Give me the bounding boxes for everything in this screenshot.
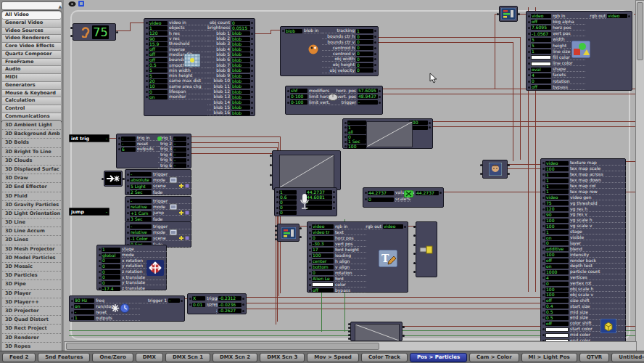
port-dot[interactable] <box>344 131 347 134</box>
input-value[interactable]: - <box>121 142 136 146</box>
scene-tab-untitled-2[interactable]: Untitled-2 <box>611 353 644 362</box>
sidebar-actor-3d-line-accum[interactable]: 3D Line Accum <box>2 227 61 236</box>
input-value[interactable]: Alien Le <box>312 277 334 281</box>
sidebar-category-audio[interactable]: Audio <box>2 66 61 74</box>
input-value[interactable]: center <box>312 259 334 264</box>
port-dot[interactable] <box>542 242 545 245</box>
sidebar-category-calculation[interactable]: Calculation <box>2 97 61 105</box>
patch-cord[interactable] <box>495 15 495 89</box>
port-dot[interactable] <box>127 174 129 176</box>
input-value[interactable]: 0 <box>279 200 297 205</box>
port-dot[interactable] <box>374 30 376 32</box>
scene-tab-one-zero[interactable]: One/Zero <box>92 353 133 362</box>
input-value[interactable]: video tr <box>312 230 334 234</box>
patch-cord[interactable] <box>191 153 276 154</box>
3d-orientation-node[interactable]: 1stageglobalmode0x rotation0y rotation0z… <box>96 245 167 290</box>
input-value[interactable]: 120 <box>149 31 168 36</box>
input-value[interactable]: 90 Hz <box>74 298 94 303</box>
port-dot[interactable] <box>127 200 129 203</box>
mouse-watcher-node[interactable]: shfmodifiers0-100limit horz.0-100limit v… <box>285 86 383 115</box>
input-value[interactable]: 0 <box>531 79 551 83</box>
port-dot[interactable] <box>542 265 545 267</box>
input-value[interactable]: 0-100 <box>290 94 307 99</box>
jump-bar-node[interactable]: jump- <box>69 208 110 216</box>
input-value[interactable]: 15.9 <box>149 42 168 46</box>
input-value[interactable]: 1 <box>102 248 120 252</box>
patch-cord[interactable] <box>271 30 280 30</box>
port-dot[interactable] <box>429 126 431 129</box>
scene-tab-color-track[interactable]: Color Track <box>361 353 408 362</box>
port-dot[interactable] <box>99 277 101 279</box>
port-dot[interactable] <box>251 80 253 82</box>
sidebar-actor-3d-pipe[interactable]: 3D Pipe <box>2 280 61 289</box>
scene-tab-dmx-scn-2[interactable]: DMX Scn 2 <box>212 353 257 362</box>
scene-tab-dmx-scn-1[interactable]: DMX Scn 1 <box>165 353 210 362</box>
input-value[interactable]: shf <box>290 89 307 93</box>
input-value[interactable]: 0.5 <box>149 63 168 68</box>
port-dot[interactable] <box>146 91 148 93</box>
port-dot[interactable] <box>374 58 376 60</box>
port-dot[interactable] <box>270 164 272 166</box>
port-dot[interactable] <box>189 298 191 300</box>
port-dot[interactable] <box>251 96 253 98</box>
input-value[interactable]: 0 <box>102 264 120 269</box>
input-value[interactable]: 1 <box>545 179 569 183</box>
patch-cord[interactable] <box>508 164 540 165</box>
port-dot[interactable] <box>251 54 253 56</box>
port-dot[interactable] <box>251 70 253 72</box>
port-dot[interactable] <box>480 164 482 166</box>
port-dot[interactable] <box>127 179 129 182</box>
input-value[interactable]: 100 <box>545 293 569 297</box>
patch-cord[interactable] <box>130 23 131 31</box>
color-swatch[interactable] <box>545 333 569 338</box>
port-dot[interactable] <box>71 317 73 319</box>
port-dot[interactable] <box>146 70 148 72</box>
input-value[interactable]: absolute <box>130 178 152 182</box>
port-dot[interactable] <box>379 90 381 92</box>
input-value[interactable]: - <box>130 224 152 229</box>
port-dot[interactable] <box>348 327 350 329</box>
port-dot[interactable] <box>374 64 376 66</box>
port-dot[interactable] <box>528 21 530 23</box>
port-dot[interactable] <box>187 148 189 150</box>
port-dot[interactable] <box>287 102 289 104</box>
port-dot[interactable] <box>528 45 530 47</box>
port-dot[interactable] <box>542 260 545 262</box>
input-value[interactable]: off <box>531 85 551 89</box>
input-value[interactable]: 1000 <box>545 270 569 274</box>
sidebar-actor-3d-clouds[interactable]: 3D Clouds <box>2 157 61 166</box>
color-swatch[interactable] <box>531 55 551 60</box>
patch-cord[interactable] <box>247 303 540 303</box>
input-value[interactable]: all <box>347 130 366 134</box>
sidebar-actor-3d-background-amb[interactable]: 3D Background Amb <box>2 130 61 139</box>
sidebar-category-video-sources[interactable]: Video Sources <box>2 28 61 36</box>
sidebar-actor-3d-model-particles[interactable]: 3D Model Particles <box>2 254 61 263</box>
port-dot[interactable] <box>542 208 545 211</box>
sidebar-category-video-renderers[interactable]: Video Renderers <box>2 35 61 43</box>
port-dot[interactable] <box>146 75 148 77</box>
port-dot[interactable] <box>99 271 101 273</box>
input-value[interactable]: 5 <box>149 68 168 73</box>
input-value[interactable]: 1 Sec <box>347 139 366 144</box>
port-dot[interactable] <box>270 174 272 176</box>
port-dot[interactable] <box>251 112 253 114</box>
color-swatch[interactable] <box>545 327 569 332</box>
sound-frequency-watcher-node[interactable]: 10.600044.273744.6081-- <box>274 187 337 216</box>
port-dot[interactable] <box>439 192 442 194</box>
port-dot[interactable] <box>542 328 545 330</box>
sidebar-actor-3d-light-orientation[interactable]: 3D Light Orientation <box>2 210 61 219</box>
patch-cord[interactable] <box>191 136 280 137</box>
port-dot[interactable] <box>251 22 253 24</box>
port-dot[interactable] <box>251 27 253 29</box>
input-value[interactable]: - <box>130 199 152 203</box>
port-dot[interactable] <box>528 74 530 76</box>
port-dot[interactable] <box>99 254 101 256</box>
curve-display-node-2[interactable] <box>350 322 402 341</box>
input-value[interactable]: 100 <box>545 287 569 292</box>
port-dot[interactable] <box>309 290 311 292</box>
port-dot[interactable] <box>242 303 244 306</box>
input-value[interactable]: 1 <box>149 26 168 30</box>
input-value[interactable]: blob <box>285 29 302 33</box>
sound-level-watcher-node[interactable]: 75 <box>73 23 116 41</box>
port-dot[interactable] <box>251 49 253 51</box>
